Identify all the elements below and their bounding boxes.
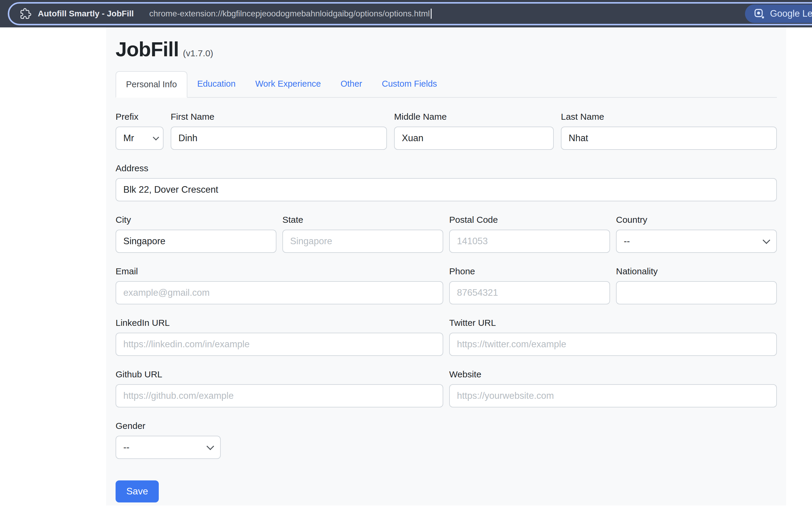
google-lens-label: Google Lens (770, 8, 812, 19)
phone-field-group: Phone (449, 266, 610, 304)
tab-bar: Personal Info Education Work Experience … (115, 71, 777, 98)
browser-address-bar: Autofill Smartly - JobFill chrome-extens… (0, 0, 812, 28)
tab-custom-fields[interactable]: Custom Fields (372, 71, 447, 97)
email-field-group: Email (115, 266, 443, 304)
prefix-field-group: Prefix Mr (115, 111, 164, 150)
options-page-card: JobFill (v1.7.0) Personal Info Education… (106, 28, 786, 505)
twitter-field-group: Twitter URL (449, 318, 777, 356)
email-label: Email (115, 266, 443, 277)
extension-title: Autofill Smartly - JobFill (38, 9, 134, 18)
gender-select[interactable]: -- (115, 436, 221, 459)
linkedin-field-group: LinkedIn URL (115, 318, 443, 356)
linkedin-label: LinkedIn URL (115, 318, 443, 328)
address-input[interactable] (115, 178, 777, 201)
postal-code-field-group: Postal Code (449, 214, 610, 253)
phone-label: Phone (449, 266, 610, 277)
address-field-group: Address (115, 163, 777, 201)
gender-label: Gender (115, 420, 221, 431)
address-bar-pill[interactable]: Autofill Smartly - JobFill chrome-extens… (8, 2, 812, 25)
text-caret (431, 8, 432, 19)
gender-field-group: Gender -- (115, 420, 221, 459)
nationality-field-group: Nationality (616, 266, 777, 304)
version-label: (v1.7.0) (183, 48, 213, 58)
nationality-label: Nationality (616, 266, 777, 277)
tab-education[interactable]: Education (187, 71, 246, 97)
google-lens-icon (754, 8, 765, 19)
github-label: Github URL (115, 369, 443, 380)
country-select[interactable]: -- (616, 230, 777, 253)
last-name-field-group: Last Name (561, 111, 777, 150)
city-input[interactable] (115, 230, 276, 253)
extension-puzzle-icon (20, 8, 31, 19)
state-label: State (282, 214, 443, 225)
email-input[interactable] (115, 281, 443, 304)
twitter-input[interactable] (449, 333, 777, 356)
country-field-group: Country -- (616, 214, 777, 253)
tab-personal-info[interactable]: Personal Info (115, 71, 187, 98)
twitter-label: Twitter URL (449, 318, 777, 328)
last-name-label: Last Name (561, 111, 777, 122)
state-field-group: State (282, 214, 443, 253)
linkedin-input[interactable] (115, 333, 443, 356)
tab-work-experience[interactable]: Work Experience (246, 71, 331, 97)
personal-info-form: Prefix Mr First Name Middle Name Last Na… (115, 111, 777, 502)
prefix-select[interactable]: Mr (115, 127, 164, 150)
prefix-label: Prefix (115, 111, 164, 122)
google-lens-button[interactable]: Google Lens (745, 4, 812, 23)
middle-name-input[interactable] (394, 127, 554, 150)
page-header: JobFill (v1.7.0) (115, 38, 777, 60)
city-label: City (115, 214, 276, 225)
page-title: JobFill (115, 38, 179, 60)
address-label: Address (115, 163, 777, 174)
city-field-group: City (115, 214, 276, 253)
first-name-field-group: First Name (171, 111, 387, 150)
phone-input[interactable] (449, 281, 610, 304)
nationality-input[interactable] (616, 281, 777, 304)
website-label: Website (449, 369, 777, 380)
github-field-group: Github URL (115, 369, 443, 408)
state-input[interactable] (282, 230, 443, 253)
save-button[interactable]: Save (115, 481, 159, 502)
first-name-label: First Name (171, 111, 387, 122)
website-field-group: Website (449, 369, 777, 408)
postal-code-label: Postal Code (449, 214, 610, 225)
postal-code-input[interactable] (449, 230, 610, 253)
last-name-input[interactable] (561, 127, 777, 150)
middle-name-label: Middle Name (394, 111, 554, 122)
first-name-input[interactable] (171, 127, 387, 150)
github-input[interactable] (115, 384, 443, 408)
url-text[interactable]: chrome-extension://kbgfilncepjeoodogmeba… (149, 9, 430, 18)
website-input[interactable] (449, 384, 777, 408)
middle-name-field-group: Middle Name (394, 111, 554, 150)
country-label: Country (616, 214, 777, 225)
tab-other[interactable]: Other (331, 71, 372, 97)
